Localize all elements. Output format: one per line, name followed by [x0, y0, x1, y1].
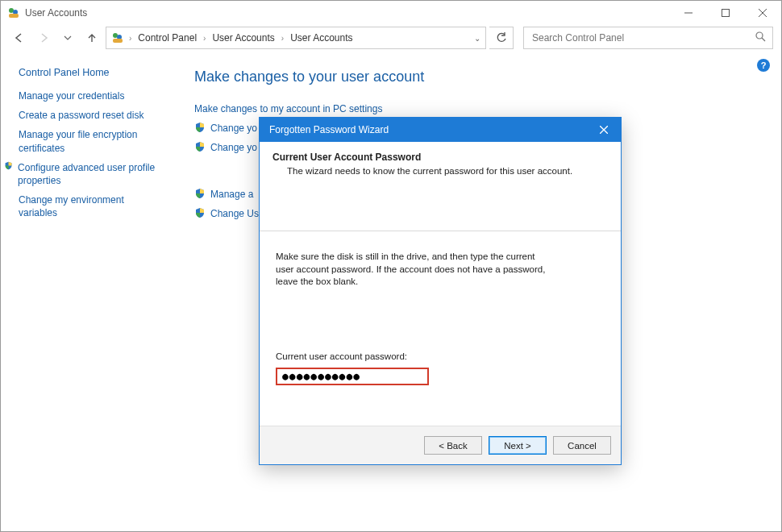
minimize-icon: [684, 9, 693, 17]
chevron-down-icon[interactable]: ⌄: [474, 34, 480, 43]
wizard-body: Make sure the disk is still in the drive…: [260, 231, 621, 426]
breadcrumb[interactable]: User Accounts: [289, 32, 354, 44]
account-link-label: Change yo: [210, 123, 257, 134]
forward-arrow-icon: [38, 32, 49, 44]
chevron-right-icon: ›: [129, 34, 131, 43]
wizard-instruction: Make sure the disk is still in the drive…: [276, 251, 550, 289]
search-icon: [755, 31, 766, 44]
control-panel-home-link[interactable]: Control Panel Home: [19, 67, 162, 78]
user-accounts-icon: [111, 31, 124, 44]
password-field-label: Current user account password:: [276, 351, 605, 361]
wizard-subheading: The wizard needs to know the current pas…: [287, 166, 608, 176]
svg-point-10: [756, 32, 763, 39]
refresh-button[interactable]: [489, 27, 514, 49]
cancel-button[interactable]: Cancel: [553, 436, 611, 455]
chevron-right-icon: ›: [281, 34, 284, 43]
close-button[interactable]: [744, 1, 781, 25]
wizard-button-row: < Back Next > Cancel: [260, 426, 621, 464]
maximize-icon: [722, 9, 730, 17]
chevron-down-icon: [64, 34, 72, 42]
forward-button[interactable]: [33, 27, 54, 48]
search-box[interactable]: [523, 27, 773, 49]
shield-icon: [194, 188, 206, 199]
maximize-button[interactable]: [707, 1, 744, 25]
minimize-button[interactable]: [670, 1, 707, 25]
shield-icon: [4, 160, 13, 172]
shield-icon: [194, 141, 206, 152]
refresh-icon: [496, 32, 507, 44]
account-link-label: Change Us: [210, 208, 259, 219]
titlebar: User Accounts: [1, 1, 781, 25]
back-arrow-icon: [14, 32, 25, 44]
nav-row: › Control Panel › User Accounts › User A…: [1, 25, 781, 54]
next-button[interactable]: Next >: [489, 436, 547, 455]
back-button[interactable]: < Back: [424, 436, 482, 455]
password-value: ●●●●●●●●●●●: [282, 370, 360, 382]
wizard-header: Current User Account Password The wizard…: [260, 142, 621, 184]
password-input[interactable]: ●●●●●●●●●●●: [276, 368, 429, 385]
forgotten-password-wizard: Forgotten Password Wizard Current User A…: [259, 117, 622, 465]
breadcrumb[interactable]: User Accounts: [210, 32, 276, 44]
sidebar-link-env-variables[interactable]: Change my environment variables: [19, 193, 162, 219]
user-accounts-icon: [7, 6, 20, 19]
page-title: Make changes to your user account: [194, 69, 757, 85]
sidebar-link-credentials[interactable]: Manage your credentials: [19, 89, 162, 102]
chevron-right-icon: ›: [203, 34, 206, 43]
recent-locations-button[interactable]: [57, 27, 78, 48]
svg-rect-4: [722, 10, 730, 17]
address-bar[interactable]: › Control Panel › User Accounts › User A…: [106, 27, 486, 49]
account-link-label: Manage a: [210, 189, 253, 200]
wizard-titlebar[interactable]: Forgotten Password Wizard: [260, 118, 621, 142]
svg-rect-2: [9, 14, 19, 18]
shield-icon: [194, 207, 206, 218]
sidebar-link-advanced-profile[interactable]: Configure advanced user profile properti…: [4, 161, 162, 187]
sidebar: Control Panel Home Manage your credentia…: [1, 54, 170, 531]
close-icon: [759, 9, 767, 17]
wizard-title: Forgotten Password Wizard: [269, 124, 389, 135]
sidebar-item-label: Configure advanced user profile properti…: [18, 161, 162, 187]
window-title: User Accounts: [25, 7, 87, 19]
search-input[interactable]: [530, 31, 766, 44]
up-button[interactable]: [81, 27, 102, 48]
back-button[interactable]: [9, 27, 30, 48]
breadcrumb[interactable]: Control Panel: [136, 32, 198, 44]
wizard-heading: Current User Account Password: [272, 152, 608, 163]
account-link-label: Change yo: [210, 142, 257, 153]
sidebar-link-encryption-certificates[interactable]: Manage your file encryption certificates: [19, 128, 162, 154]
account-link-pc-settings[interactable]: Make changes to my account in PC setting…: [194, 103, 757, 114]
wizard-close-button[interactable]: [587, 118, 621, 142]
svg-rect-9: [113, 39, 123, 43]
close-icon: [600, 126, 608, 134]
shield-icon: [194, 122, 206, 133]
svg-line-11: [762, 38, 765, 41]
up-arrow-icon: [86, 32, 98, 44]
sidebar-link-password-reset-disk[interactable]: Create a password reset disk: [19, 109, 162, 122]
